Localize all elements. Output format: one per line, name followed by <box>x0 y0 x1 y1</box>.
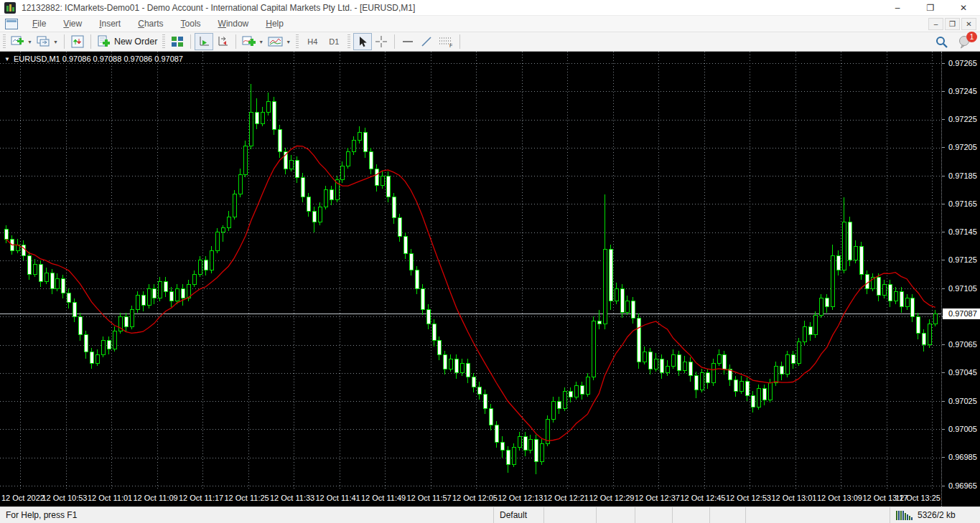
profiles-button[interactable]: ▼ <box>34 33 60 50</box>
chart-restore-button[interactable]: ❐ <box>945 18 960 30</box>
status-panel-empty <box>635 507 673 523</box>
new-order-button[interactable]: New Order <box>95 33 159 50</box>
toolbar-separator <box>190 34 191 49</box>
crosshair-icon <box>375 35 388 48</box>
status-connection[interactable]: 5326/2 kb <box>890 507 980 523</box>
price-axis-label: 0.97265 <box>948 59 977 67</box>
toolbar-right-group: 1 <box>935 34 980 49</box>
minimize-button[interactable]: – <box>881 0 914 16</box>
time-axis-label: 12 Oct 12:45 <box>681 494 726 502</box>
menu-tools[interactable]: Tools <box>172 17 210 31</box>
tile-windows-button[interactable] <box>168 33 187 50</box>
toolbar-separator <box>90 34 91 49</box>
price-axis-tick <box>942 372 945 373</box>
price-axis-label: 0.97065 <box>948 340 977 349</box>
toolbar-grip[interactable] <box>3 34 6 49</box>
auto-scroll-icon <box>197 35 211 48</box>
toolbar-separator <box>459 34 460 49</box>
time-axis-label: 12 Oct 13:09 <box>817 494 862 502</box>
time-axis-label: 12 Oct 12:53 <box>726 494 771 502</box>
chart-template-button[interactable]: ▼ <box>266 33 293 50</box>
time-axis-label: 12 Oct 11:17 <box>179 494 223 502</box>
chart-close-button[interactable]: ✕ <box>961 18 976 30</box>
menu-file[interactable]: File <box>24 17 55 31</box>
time-axis-label: 12 Oct 12:29 <box>589 494 635 502</box>
new-order-icon <box>97 35 111 48</box>
status-traffic: 5326/2 kb <box>918 510 956 520</box>
horizontal-line-button[interactable] <box>398 33 417 50</box>
time-axis-label: 12 Oct 12:37 <box>635 494 680 502</box>
price-axis-label: 0.97105 <box>948 284 977 293</box>
candlestick-chart-canvas[interactable] <box>0 52 941 491</box>
notification-icon[interactable]: 1 <box>958 34 973 49</box>
trendline-icon <box>420 35 433 48</box>
price-axis-tick <box>942 63 945 64</box>
mdi-window-controls: – ❐ ✕ <box>928 18 980 30</box>
toolbar: ▼ ▼ New Order <box>0 32 980 52</box>
symbol-ohlc-text: EURUSD,M1 0.97086 0.97088 0.97086 0.9708… <box>14 55 183 63</box>
new-chart-button[interactable]: ▼ <box>9 33 34 50</box>
price-axis-tick <box>942 429 945 430</box>
menu-window[interactable]: Window <box>210 17 258 31</box>
notification-badge: 1 <box>966 32 977 42</box>
time-axis-label: 12 Oct 12:21 <box>543 494 589 502</box>
menu-help[interactable]: Help <box>257 17 292 31</box>
connection-bars-icon <box>896 510 913 520</box>
time-axis-label: 12 Oct 11:09 <box>134 494 178 502</box>
toolbar-grip[interactable] <box>296 34 299 49</box>
search-icon[interactable] <box>935 35 948 49</box>
market-watch-icon <box>70 35 85 48</box>
status-panel-empty <box>597 507 635 523</box>
toolbar-separator <box>394 34 395 49</box>
chart-system-menu-icon[interactable] <box>5 19 18 29</box>
quote-panel-toggle-icon[interactable]: ▼ <box>4 56 10 62</box>
time-axis-label: 12 Oct 11:25 <box>225 494 269 502</box>
status-panel-empty <box>673 507 710 523</box>
market-watch-button[interactable] <box>68 33 87 50</box>
chart-minimize-button[interactable]: – <box>928 18 943 30</box>
tile-windows-icon <box>170 35 185 48</box>
price-axis-tick <box>942 401 945 402</box>
menu-insert[interactable]: Insert <box>90 17 129 31</box>
price-chart[interactable]: ▼ EURUSD,M1 0.97086 0.97088 0.97086 0.97… <box>0 52 941 491</box>
timeframe-h4-button[interactable]: H4 <box>302 33 323 50</box>
trendline-button[interactable] <box>417 33 436 50</box>
price-axis-label: 0.97205 <box>948 143 977 151</box>
maximize-button[interactable]: ❐ <box>914 0 947 16</box>
price-axis-label: 0.97245 <box>948 87 977 95</box>
timeframe-d1-button[interactable]: D1 <box>323 33 345 50</box>
price-axis-label: 0.97185 <box>948 171 977 180</box>
cursor-button[interactable] <box>353 33 372 50</box>
crosshair-button[interactable] <box>372 33 391 50</box>
time-axis-label: 12 Oct 13:25 <box>895 494 941 502</box>
horizontal-line-icon <box>401 35 414 48</box>
toolbar-separator <box>235 34 236 49</box>
toolbar-grip[interactable] <box>162 34 165 49</box>
chart-template-icon <box>268 35 284 48</box>
close-button[interactable]: ✕ <box>947 0 980 16</box>
price-axis-tick <box>942 176 945 176</box>
menu-charts[interactable]: Charts <box>129 17 172 31</box>
add-indicator-button[interactable]: ▼ <box>240 33 266 50</box>
status-panel-empty <box>544 507 597 523</box>
auto-scroll-button[interactable] <box>195 33 213 50</box>
menu-view[interactable]: View <box>55 17 90 31</box>
price-axis-label: 0.96985 <box>948 453 977 461</box>
chevron-down-icon: ▼ <box>27 39 32 44</box>
status-profile[interactable]: Default <box>494 507 544 523</box>
status-help-text: For Help, press F1 <box>0 507 494 523</box>
price-axis-tick <box>942 204 945 204</box>
time-axis[interactable]: 12 Oct 202212 Oct 10:5312 Oct 11:0112 Oc… <box>0 491 941 506</box>
toolbar-separator <box>64 34 65 49</box>
window-controls: – ❐ ✕ <box>881 0 980 16</box>
price-axis-label: 0.97005 <box>948 425 977 433</box>
toolbar-grip[interactable] <box>347 34 350 49</box>
price-axis[interactable]: 0.972650.972450.972250.972050.971850.971… <box>941 52 980 506</box>
price-axis-tick <box>942 288 945 289</box>
menu-bar: File View Insert Charts Tools Window Hel… <box>0 16 980 32</box>
time-axis-label: 12 Oct 11:33 <box>270 494 314 502</box>
chart-shift-button[interactable] <box>213 33 232 50</box>
fibonacci-button[interactable]: F <box>436 33 456 50</box>
price-axis-tick <box>942 486 945 486</box>
window-title: 12132882: ICMarkets-Demo01 - Demo Accoun… <box>22 3 415 13</box>
